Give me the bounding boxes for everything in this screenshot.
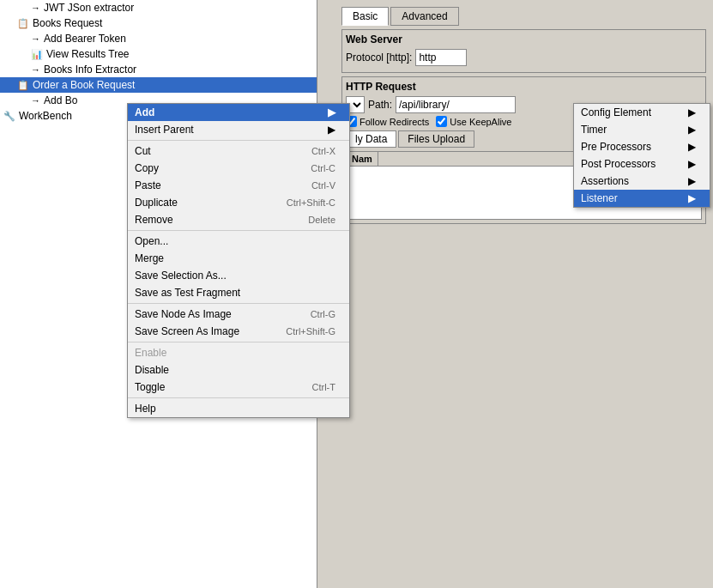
- menu-item-disable[interactable]: Disable: [128, 361, 349, 379]
- submenu-post-processors[interactable]: Post Processors ▶: [574, 155, 710, 173]
- menu-item-save-fragment[interactable]: Save as Test Fragment: [128, 284, 349, 301]
- arrow-icon: →: [31, 3, 40, 13]
- menu-item-copy[interactable]: Copy Ctrl-C: [128, 160, 349, 177]
- tree-item-view-results[interactable]: 📊 View Results Tree: [0, 46, 317, 62]
- path-input[interactable]: [396, 96, 516, 113]
- submenu-pre-processors[interactable]: Pre Processors ▶: [574, 138, 710, 155]
- sub-tab-body-data[interactable]: ly Data: [346, 130, 396, 148]
- right-panel: Basic Advanced Web Server Protocol [http…: [335, 0, 713, 588]
- menu-item-duplicate[interactable]: Duplicate Ctrl+Shift-C: [128, 194, 349, 211]
- follow-redirects-label: Follow Redirects: [360, 117, 429, 127]
- sub-tab-files-upload[interactable]: Files Upload: [398, 130, 474, 148]
- submenu-arrow-icon: ▶: [688, 175, 696, 187]
- keep-alive-label: Use KeepAlive: [450, 117, 511, 127]
- submenu-assertions[interactable]: Assertions ▶: [574, 173, 710, 190]
- menu-item-merge[interactable]: Merge: [128, 250, 349, 267]
- separator-4: [128, 342, 349, 342]
- http-request-title: HTTP Request: [346, 81, 702, 93]
- submenu-add: Config Element ▶ Timer ▶ Pre Processors …: [573, 103, 710, 208]
- arrow-icon: →: [31, 33, 40, 44]
- request-icon: 📋: [17, 18, 29, 29]
- tab-basic[interactable]: Basic: [341, 7, 389, 26]
- menu-item-paste[interactable]: Paste Ctrl-V: [128, 177, 349, 194]
- protocol-row: Protocol [http]:: [346, 49, 702, 66]
- submenu-arrow-icon: ▶: [328, 106, 335, 118]
- submenu-arrow-icon: ▶: [688, 158, 696, 170]
- menu-item-remove[interactable]: Remove Delete: [128, 211, 349, 228]
- tree-item-books-request[interactable]: 📋 Books Request: [0, 15, 317, 31]
- protocol-input[interactable]: [415, 49, 467, 66]
- web-server-section: Web Server Protocol [http]:: [341, 29, 706, 73]
- path-label: Path:: [368, 99, 392, 111]
- context-menu: Add ▶ Insert Parent ▶ Cut Ctrl-X Copy Ct…: [127, 103, 350, 418]
- separator-2: [128, 230, 349, 231]
- separator-3: [128, 303, 349, 304]
- submenu-arrow-icon: ▶: [688, 192, 696, 204]
- tree-item-jwt-extractor[interactable]: → JWT JSon extractor: [0, 0, 317, 15]
- submenu-arrow-icon: ▶: [688, 141, 696, 153]
- arrow-icon: →: [31, 95, 40, 106]
- menu-item-add[interactable]: Add ▶: [128, 104, 349, 121]
- tab-advanced[interactable]: Advanced: [390, 7, 458, 26]
- submenu-arrow-icon: ▶: [688, 106, 696, 118]
- submenu-config-element[interactable]: Config Element ▶: [574, 104, 710, 121]
- menu-item-save-node-image[interactable]: Save Node As Image Ctrl-G: [128, 306, 349, 323]
- table-header-name: Nam: [347, 152, 378, 166]
- keep-alive-checkbox[interactable]: [436, 116, 447, 127]
- submenu-timer[interactable]: Timer ▶: [574, 121, 710, 138]
- menu-item-open[interactable]: Open...: [128, 233, 349, 250]
- separator-5: [128, 397, 349, 398]
- menu-item-save-selection[interactable]: Save Selection As...: [128, 267, 349, 284]
- menu-item-insert-parent[interactable]: Insert Parent ▶: [128, 121, 349, 138]
- menu-item-help[interactable]: Help: [128, 400, 349, 417]
- submenu-arrow-icon: ▶: [688, 124, 696, 136]
- tree-item-order-book[interactable]: 📋 Order a Book Request: [0, 77, 317, 93]
- separator-1: [128, 140, 349, 141]
- arrow-icon: →: [31, 64, 40, 75]
- submenu-arrow-icon: ▶: [328, 124, 335, 136]
- menu-item-save-screen-image[interactable]: Save Screen As Image Ctrl+Shift-G: [128, 323, 349, 340]
- tabs-bar: Basic Advanced: [341, 7, 706, 26]
- tree-item-add-bearer[interactable]: → Add Bearer Token: [0, 31, 317, 46]
- workbench-icon: 🔧: [3, 111, 15, 122]
- menu-item-enable[interactable]: Enable: [128, 344, 349, 361]
- request-icon: 📋: [17, 80, 29, 91]
- tree-item-books-info[interactable]: → Books Info Extractor: [0, 62, 317, 77]
- chart-icon: 📊: [31, 49, 43, 60]
- protocol-label: Protocol [http]:: [346, 52, 412, 64]
- web-server-title: Web Server: [346, 33, 702, 45]
- menu-item-cut[interactable]: Cut Ctrl-X: [128, 142, 349, 160]
- menu-item-toggle[interactable]: Toggle Ctrl-T: [128, 379, 349, 396]
- submenu-listener[interactable]: Listener ▶: [574, 190, 710, 207]
